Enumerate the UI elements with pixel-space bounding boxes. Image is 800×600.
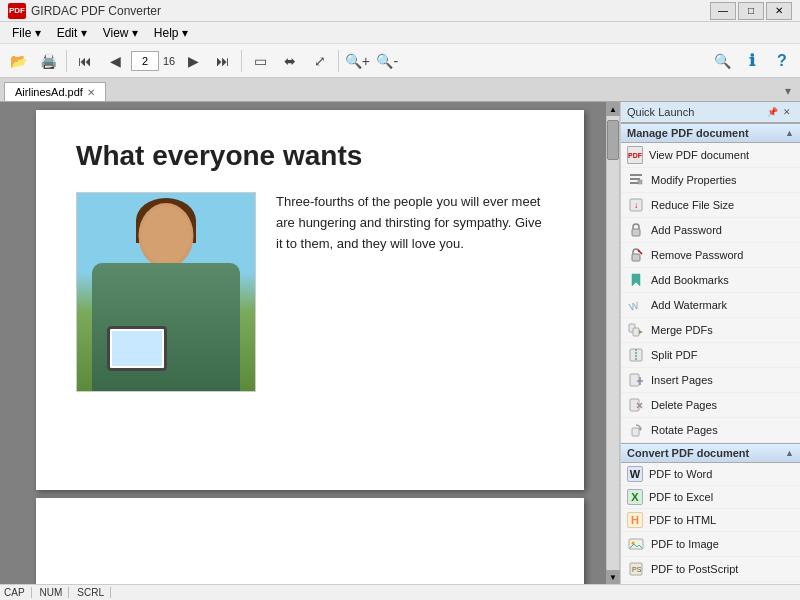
manage-section-label: Manage PDF document [627,127,749,139]
side-item-add-password[interactable]: Add Password [621,218,800,243]
side-item-add-watermark[interactable]: W Add Watermark [621,293,800,318]
svg-rect-2 [630,182,638,184]
page1-content: Three-fourths of the people you will eve… [76,192,544,392]
add-password-icon [627,221,645,239]
pdf-to-image-label: PDF to Image [651,538,719,550]
info-button[interactable]: ℹ [738,47,766,75]
side-item-pdf-to-excel[interactable]: X PDF to Excel [621,486,800,509]
side-item-remove-password[interactable]: Remove Password [621,243,800,268]
pdf-to-html-label: PDF to HTML [649,514,716,526]
titlebar: PDF GIRDAC PDF Converter — □ ✕ [0,0,800,22]
side-item-add-bookmarks[interactable]: Add Bookmarks [621,268,800,293]
toolbar-sep2 [241,50,242,72]
side-item-pdf-to-postscript[interactable]: PS PDF to PostScript [621,557,800,582]
svg-text:↓: ↓ [634,201,638,210]
pdf-to-html-icon: H [627,512,643,528]
add-bookmarks-icon [627,271,645,289]
toolbar-sep1 [66,50,67,72]
add-watermark-icon: W [627,296,645,314]
prev-page-button[interactable]: ◀ [101,47,129,75]
panel-pin-button[interactable]: 📌 [765,105,779,119]
page1-title: What everyone wants [76,140,544,172]
menu-help[interactable]: Help ▾ [146,24,196,42]
last-page-button[interactable]: ⏭ [209,47,237,75]
svg-rect-23 [632,428,639,436]
fit-page-button[interactable]: ⤢ [306,47,334,75]
help-button[interactable]: ? [768,47,796,75]
side-item-delete-pages[interactable]: Delete Pages [621,393,800,418]
side-item-view-pdf[interactable]: PDF View PDF document [621,143,800,168]
svg-rect-6 [632,229,640,236]
close-button[interactable]: ✕ [766,2,792,20]
side-item-pdf-to-word[interactable]: W PDF to Word [621,463,800,486]
menu-edit[interactable]: Edit ▾ [49,24,95,42]
minimize-button[interactable]: — [710,2,736,20]
pdf-to-postscript-label: PDF to PostScript [651,563,738,575]
side-item-reduce-file-size[interactable]: ↓ Reduce File Size [621,193,800,218]
find-button[interactable]: 🔍 [708,47,736,75]
view-pdf-icon: PDF [627,146,643,164]
toolbar: 📂 🖨️ ⏮ ◀ 2 16 ▶ ⏭ ▭ ⬌ ⤢ 🔍+ 🔍- 🔍 ℹ ? [0,44,800,78]
tab-close-button[interactable]: ✕ [87,87,95,98]
app-icon: PDF [8,3,26,19]
svg-text:PS: PS [632,566,642,573]
maximize-button[interactable]: □ [738,2,764,20]
page-number-input[interactable]: 2 [131,51,159,71]
rotate-pages-label: Rotate Pages [651,424,718,436]
side-item-pdf-to-image[interactable]: PDF to Image [621,532,800,557]
svg-rect-0 [630,174,642,176]
rotate-pages-icon [627,421,645,439]
tab-dropdown[interactable]: ▾ [780,81,796,101]
svg-rect-1 [630,178,640,180]
first-page-button[interactable]: ⏮ [71,47,99,75]
pdf-to-postscript-icon: PS [627,560,645,578]
pdf-to-excel-label: PDF to Excel [649,491,713,503]
modify-properties-label: Modify Properties [651,174,737,186]
single-page-button[interactable]: ▭ [246,47,274,75]
panel-close-button[interactable]: ✕ [780,105,794,119]
svg-marker-9 [632,274,640,286]
side-item-modify-properties[interactable]: Modify Properties [621,168,800,193]
manage-section-header[interactable]: Manage PDF document ▲ [621,123,800,143]
tab-label: AirlinesAd.pdf [15,86,83,98]
menu-file[interactable]: File ▾ [4,24,49,42]
vertical-scrollbar[interactable]: ▲ ▼ [606,102,620,584]
side-item-pdf-to-html[interactable]: H PDF to HTML [621,509,800,532]
side-item-pdf-to-pdfa[interactable]: A PDF to PDF/A [621,582,800,584]
delete-pages-label: Delete Pages [651,399,717,411]
status-cap: CAP [4,587,32,598]
side-item-insert-pages[interactable]: Insert Pages [621,368,800,393]
reduce-file-size-icon: ↓ [627,196,645,214]
view-pdf-label: View PDF document [649,149,749,161]
merge-pdfs-label: Merge PDFs [651,324,713,336]
page1-text: Three-fourths of the people you will eve… [276,192,544,392]
panel-controls: 📌 ✕ [765,105,794,119]
side-item-split-pdf[interactable]: Split PDF [621,343,800,368]
pdf-to-excel-icon: X [627,489,643,505]
side-item-rotate-pages[interactable]: Rotate Pages [621,418,800,443]
add-password-label: Add Password [651,224,722,236]
svg-text:W: W [628,299,640,312]
next-page-button[interactable]: ▶ [179,47,207,75]
print-button[interactable]: 🖨️ [34,47,62,75]
main-area: What everyone wants Three-fourths of the… [0,102,800,584]
document-page2 [36,498,584,584]
zoom-in-button[interactable]: 🔍+ [343,47,371,75]
convert-section-header[interactable]: Convert PDF document ▲ [621,443,800,463]
insert-pages-label: Insert Pages [651,374,713,386]
svg-rect-16 [630,374,639,386]
manage-chevron-icon: ▲ [785,128,794,138]
open-button[interactable]: 📂 [4,47,32,75]
menu-view[interactable]: View ▾ [95,24,146,42]
document-scroll[interactable]: What everyone wants Three-fourths of the… [0,102,620,584]
side-item-merge-pdfs[interactable]: Merge PDFs [621,318,800,343]
document-tab[interactable]: AirlinesAd.pdf ✕ [4,82,106,101]
add-bookmarks-label: Add Bookmarks [651,274,729,286]
zoom-out-button[interactable]: 🔍- [373,47,401,75]
fit-width-button[interactable]: ⬌ [276,47,304,75]
quick-launch-label: Quick Launch [627,106,694,118]
status-num: NUM [40,587,70,598]
svg-rect-19 [630,399,639,411]
remove-password-icon [627,246,645,264]
person-tablet [107,326,167,371]
